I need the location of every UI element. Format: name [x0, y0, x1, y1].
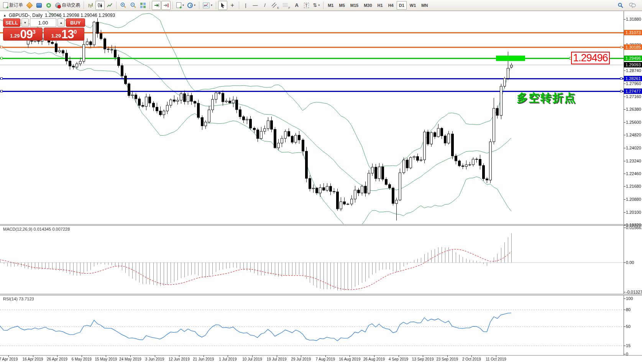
new-order-button[interactable]: + 新订单 — [2, 1, 25, 10]
profiles-button[interactable]: ▾ — [186, 1, 197, 10]
chart-shift-icon — [163, 2, 169, 8]
symbol-period-label: GBPUSD-, Daily — [9, 13, 43, 18]
vertical-line-icon: | — [245, 2, 246, 8]
candlestick-chart-button[interactable] — [95, 1, 105, 10]
signals-button[interactable] — [44, 1, 53, 10]
zoom-out-icon — [130, 2, 136, 8]
date-axis-label: 7 Apr 2019 — [0, 357, 22, 361]
price-axis-tick: 1.27160 — [626, 94, 641, 99]
autotrading-icon — [55, 3, 61, 8]
timeframe-mn[interactable]: MN — [419, 1, 430, 10]
buy-price-pipette: 0 — [74, 29, 77, 35]
zoom-in-button[interactable] — [118, 1, 128, 10]
price-axis-tick: 1.23240 — [626, 159, 641, 163]
indicators-icon — [203, 2, 210, 8]
price-line-label-1.31073: 1.31073 — [624, 30, 642, 35]
timeframe-m15[interactable]: M15 — [348, 1, 361, 10]
chat-button[interactable] — [627, 1, 637, 10]
fibonacci-tool-button[interactable]: F — [281, 1, 292, 10]
crosshair-tool-button[interactable]: + — [228, 1, 237, 10]
terminal-icon — [36, 3, 42, 8]
date-axis-label: 29 Jul 2019 — [287, 357, 314, 361]
timeframe-bar: M1M5M15M30H1H4D1W1MN — [325, 1, 430, 10]
timeframe-h1[interactable]: H1 — [375, 1, 385, 10]
volume-input[interactable] — [30, 18, 56, 27]
date-axis-label: 3 Jun 2019 — [141, 357, 168, 361]
turning-point-annotation[interactable]: 多空转折点 — [517, 90, 576, 106]
price-axis-tick: 1.27960 — [626, 81, 641, 86]
volume-increase-button[interactable]: ▲ — [57, 18, 65, 27]
new-chart-button[interactable]: + ▾ — [175, 1, 186, 10]
timeframe-w1[interactable]: W1 — [407, 1, 419, 10]
chat-bubbles-icon — [629, 2, 636, 8]
buy-price-tile[interactable]: 1.29 13 0 — [44, 28, 84, 41]
one-click-toggle-icon[interactable]: ▲ — [3, 13, 7, 17]
date-axis-label: 1 Jul 2019 — [214, 357, 241, 361]
price-line-label-1.27477: 1.27477 — [624, 89, 642, 94]
text-label-tool-button[interactable]: T — [302, 1, 311, 10]
price-line-label-1.30185: 1.30185 — [624, 44, 642, 50]
macd-indicator-label: MACD(12,26,9) 0.014345 0.007228 — [3, 227, 70, 231]
chevron-down-icon: ▾ — [211, 3, 212, 7]
price-axis-tick: 1.22460 — [626, 171, 641, 176]
arrows-tool-button[interactable]: ⇅ ▾ — [311, 1, 321, 10]
sell-price-prefix: 1.29 — [10, 33, 20, 39]
rsi-axis-tick: 80 — [626, 307, 631, 312]
timeframe-h4[interactable]: H4 — [386, 1, 396, 10]
chart-shift-button[interactable] — [161, 1, 171, 10]
sell-price-tile[interactable]: 1.29 09 3 — [3, 28, 43, 41]
date-axis-label: 19 Jul 2019 — [263, 357, 290, 361]
chart-canvas[interactable] — [0, 0, 642, 364]
text-tool-button[interactable]: A — [292, 1, 301, 10]
timeframe-d1[interactable]: D1 — [397, 1, 407, 10]
date-axis-label: 16 Aug 2019 — [336, 357, 363, 361]
indicators-button[interactable]: ▾ — [201, 1, 214, 10]
sell-button[interactable]: SELL — [3, 18, 20, 27]
buy-price-big: 13 — [61, 29, 74, 40]
ohlc-values: 1.29046 1.29098 1.29046 1.29093 — [45, 13, 115, 18]
search-button[interactable] — [616, 1, 625, 10]
date-axis-label: 26 Aug 2019 — [361, 357, 387, 361]
chevron-down-icon: ▾ — [318, 3, 320, 7]
macd-axis-tick: 0.00 — [626, 260, 634, 265]
cursor-tool-button[interactable] — [218, 1, 227, 10]
bar-chart-button[interactable] — [86, 1, 95, 10]
tile-windows-button[interactable] — [138, 1, 148, 10]
date-axis-label: 21 Jun 2019 — [190, 357, 217, 361]
horizontal-line-tool-button[interactable]: — — [251, 1, 260, 10]
trendline-icon: / — [264, 2, 266, 8]
price-callout-box[interactable]: 1.29496 — [571, 52, 610, 64]
date-axis-label: 6 May 2019 — [68, 357, 95, 361]
price-axis-tick: 1.24820 — [626, 133, 641, 137]
line-chart-button[interactable] — [105, 1, 114, 10]
new-chart-icon: + — [176, 2, 181, 8]
price-axis-tick: 1.31880 — [626, 17, 641, 21]
timeframe-m5[interactable]: M5 — [337, 1, 347, 10]
timeframe-m30[interactable]: M30 — [361, 1, 374, 10]
date-axis-label: 24 May 2019 — [117, 357, 144, 361]
expert-advisors-button[interactable] — [34, 1, 44, 10]
price-line-label-1.29496: 1.29496 — [624, 56, 642, 61]
price-axis-tick: 1.26380 — [626, 107, 641, 111]
price-line-label-1.29093: 1.29093 — [624, 62, 642, 67]
market-watch-button[interactable] — [25, 1, 34, 10]
date-axis-label: 15 May 2019 — [92, 357, 119, 361]
vertical-line-tool-button[interactable]: | — [241, 1, 250, 10]
buy-button[interactable]: BUY — [66, 18, 85, 27]
clock-icon — [187, 3, 193, 8]
signal-icon — [46, 3, 51, 8]
main-toolbar: + 新订单 自动交易 + ▾ ▾ ▾ — [0, 0, 642, 11]
crosshair-icon: + — [230, 2, 234, 9]
date-axis-label: 12 Jun 2019 — [166, 357, 192, 361]
auto-scroll-button[interactable] — [152, 1, 161, 10]
channel-tool-button[interactable]: E — [270, 1, 281, 10]
volume-decrease-button[interactable]: ▼ — [21, 18, 29, 27]
date-axis-label: 16 Apr 2019 — [20, 357, 46, 361]
trendline-tool-button[interactable]: / — [260, 1, 269, 10]
date-axis-label: 7 Aug 2019 — [312, 357, 339, 361]
zoom-out-button[interactable] — [128, 1, 138, 10]
search-icon — [617, 2, 624, 8]
autotrading-button[interactable]: 自动交易 — [54, 1, 82, 10]
timeframe-m1[interactable]: M1 — [325, 1, 336, 10]
macd-axis-tick: -0.013276 — [626, 290, 642, 294]
